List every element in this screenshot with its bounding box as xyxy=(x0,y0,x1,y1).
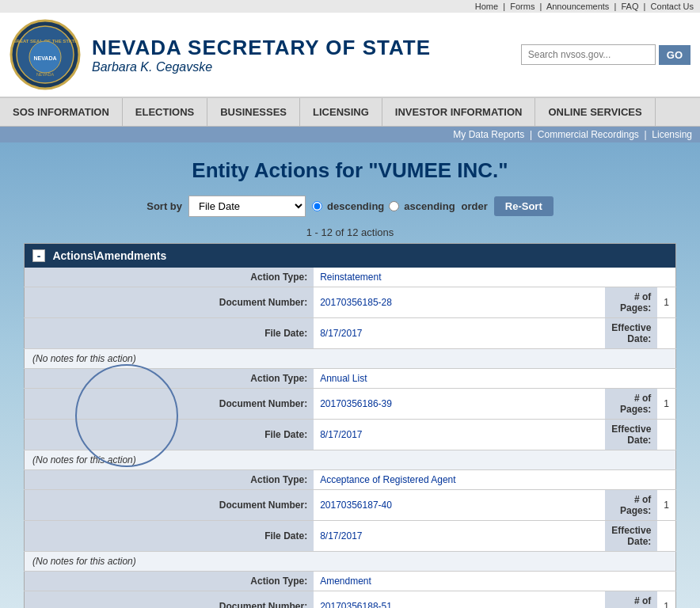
effective-date-value-3 xyxy=(657,521,675,552)
sort-ascending-radio[interactable] xyxy=(389,201,399,211)
table-row: Document Number: 20170356187-40 # of Pag… xyxy=(25,490,676,521)
nav-licensing[interactable]: LICENSING xyxy=(300,98,382,126)
table-row: Action Type: Acceptance of Registered Ag… xyxy=(25,470,676,490)
effective-date-label-1: Effective Date: xyxy=(605,318,657,349)
pages-value-2: 1 xyxy=(657,389,675,420)
doc-number-value-1: 20170356185-28 xyxy=(314,287,605,318)
secondary-my-data[interactable]: My Data Reports xyxy=(453,129,524,140)
svg-text:NEVADA: NEVADA xyxy=(36,72,55,77)
nav-investor-info[interactable]: INVESTOR INFORMATION xyxy=(382,98,536,126)
site-subtitle: Barbara K. Cegavske xyxy=(92,60,521,74)
notes-value-1: (No notes for this action) xyxy=(25,349,676,369)
sort-order-group: descending ascending xyxy=(312,200,455,212)
page-title: Entity Actions for "VUMEE INC." xyxy=(24,158,676,183)
effective-date-value-2 xyxy=(657,420,675,450)
table-row: (No notes for this action) xyxy=(25,552,676,572)
top-bar-contact[interactable]: Contact Us xyxy=(651,2,694,11)
file-date-label-3: File Date: xyxy=(25,521,314,552)
top-bar-announcements[interactable]: Announcements xyxy=(546,2,610,11)
sort-label: Sort by xyxy=(146,200,182,212)
action-type-label: Action Type: xyxy=(25,268,314,287)
resort-button[interactable]: Re-Sort xyxy=(494,196,554,216)
doc-number-label-1: Document Number: xyxy=(25,287,314,318)
pages-value-1: 1 xyxy=(657,287,675,318)
secondary-bar: My Data Reports | Commercial Recordings … xyxy=(0,127,700,142)
sort-descending-label: descending xyxy=(327,200,384,212)
pages-label-3: # of Pages: xyxy=(605,490,657,521)
sort-descending-radio[interactable] xyxy=(312,201,322,211)
file-date-label-1: File Date: xyxy=(25,318,314,349)
nav-elections[interactable]: ELECTIONS xyxy=(123,98,207,126)
nav-businesses[interactable]: BUSINESSES xyxy=(207,98,300,126)
sort-bar: Sort by File DateAction TypeDocument Num… xyxy=(24,196,676,217)
doc-number-value-3: 20170356187-40 xyxy=(314,490,605,521)
nav-sos-info[interactable]: SOS INFORMATION xyxy=(0,98,123,126)
action-type-value-4: Amendment xyxy=(314,572,675,591)
doc-number-label-2: Document Number: xyxy=(25,389,314,420)
order-label: order xyxy=(462,200,488,212)
action-type-value-3: Acceptance of Registered Agent xyxy=(314,470,675,490)
pages-value-4: 1 xyxy=(657,591,675,609)
main-nav: SOS INFORMATION ELECTIONS BUSINESSES LIC… xyxy=(0,98,700,127)
pages-label-2: # of Pages: xyxy=(605,389,657,420)
table-header: - Actions\Amendments xyxy=(25,244,676,268)
pages-value-3: 1 xyxy=(657,490,675,521)
file-date-value-1: 8/17/2017 xyxy=(314,318,605,349)
table-row: (No notes for this action) xyxy=(25,349,676,369)
notes-value-2: (No notes for this action) xyxy=(25,450,676,470)
doc-number-label-3: Document Number: xyxy=(25,490,314,521)
effective-date-value-1 xyxy=(657,318,675,349)
table-row: Document Number: 20170356186-39 # of Pag… xyxy=(25,389,676,420)
top-bar-faq[interactable]: FAQ xyxy=(621,2,638,11)
effective-date-label-2: Effective Date: xyxy=(605,420,657,450)
sort-select[interactable]: File DateAction TypeDocument Number xyxy=(188,196,306,217)
state-seal: GREAT SEAL OF THE STATE NEVADA NEVADA xyxy=(10,19,81,90)
top-bar-forms[interactable]: Forms xyxy=(510,2,535,11)
table-row: File Date: 8/17/2017 Effective Date: xyxy=(25,318,676,349)
action-type-value-1: Reinstatement xyxy=(314,268,675,287)
secondary-licensing[interactable]: Licensing xyxy=(652,129,692,140)
doc-number-label-4: Document Number: xyxy=(25,591,314,609)
main-content: Entity Actions for "VUMEE INC." Sort by … xyxy=(0,142,700,608)
table-row: File Date: 8/17/2017 Effective Date: xyxy=(25,521,676,552)
doc-number-value-4: 20170356188-51 xyxy=(314,591,605,609)
pages-label-1: # of Pages: xyxy=(605,287,657,318)
nav-online-services[interactable]: ONLINE SERVICES xyxy=(535,98,655,126)
secondary-commercial-recordings[interactable]: Commercial Recordings xyxy=(538,129,639,140)
action-type-label-2: Action Type: xyxy=(25,369,314,389)
search-button[interactable]: GO xyxy=(659,45,690,65)
table-row: (No notes for this action) xyxy=(25,450,676,470)
collapse-button[interactable]: - xyxy=(32,249,45,262)
action-type-label-3: Action Type: xyxy=(25,470,314,490)
action-type-label-4: Action Type: xyxy=(25,572,314,591)
header-text: NEVADA SECRETARY OF STATE Barbara K. Ceg… xyxy=(92,36,521,74)
action-type-value-2: Annual List xyxy=(314,369,675,389)
table-row: File Date: 8/17/2017 Effective Date: xyxy=(25,420,676,450)
top-bar-home[interactable]: Home xyxy=(475,2,498,11)
pages-label-4: # of Pages: xyxy=(605,591,657,609)
file-date-value-2: 8/17/2017 xyxy=(314,420,605,450)
site-header: GREAT SEAL OF THE STATE NEVADA NEVADA NE… xyxy=(0,13,700,98)
table-row: Document Number: 20170356188-51 # of Pag… xyxy=(25,591,676,609)
table-row: Action Type: Amendment xyxy=(25,572,676,591)
site-title: NEVADA SECRETARY OF STATE xyxy=(92,36,521,60)
table-row: Action Type: Reinstatement xyxy=(25,268,676,287)
table-row: Document Number: 20170356185-28 # of Pag… xyxy=(25,287,676,318)
table-section-label: Actions\Amendments xyxy=(52,249,166,262)
svg-text:NEVADA: NEVADA xyxy=(33,55,56,61)
search-input[interactable] xyxy=(521,44,656,65)
top-bar: Home | Forms | Announcements | FAQ | Con… xyxy=(0,0,700,13)
effective-date-label-3: Effective Date: xyxy=(605,521,657,552)
pagination-info: 1 - 12 of 12 actions xyxy=(24,226,676,238)
search-box: GO xyxy=(521,44,690,65)
table-row: Action Type: Annual List xyxy=(25,369,676,389)
doc-number-value-2: 20170356186-39 xyxy=(314,389,605,420)
actions-table: - Actions\Amendments Action Type: Reinst… xyxy=(24,243,676,608)
notes-value-3: (No notes for this action) xyxy=(25,552,676,572)
file-date-value-3: 8/17/2017 xyxy=(314,521,605,552)
file-date-label-2: File Date: xyxy=(25,420,314,450)
sort-ascending-label: ascending xyxy=(404,200,455,212)
